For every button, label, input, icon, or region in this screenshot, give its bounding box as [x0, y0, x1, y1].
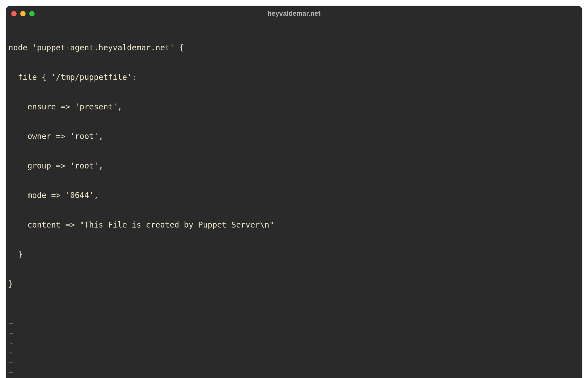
window-title: heyvaldemar.net — [268, 10, 320, 17]
editor-content: node 'puppet-agent.heyvaldemar.net' { fi… — [8, 23, 580, 309]
tilde-line: ~ — [8, 318, 580, 328]
empty-buffer-lines: ~~~~~~~~~~~~~~~~~~~~~~ — [8, 318, 580, 378]
blank-line — [8, 309, 580, 318]
titlebar: heyvaldemar.net — [6, 6, 582, 21]
tilde-line: ~ — [8, 358, 580, 368]
traffic-lights — [11, 11, 35, 16]
tilde-line: ~ — [8, 368, 580, 377]
code-line: owner => 'root', — [8, 131, 580, 141]
code-line: ensure => 'present', — [8, 102, 580, 112]
terminal-window: heyvaldemar.net node 'puppet-agent.heyva… — [6, 6, 582, 378]
code-line: mode => '0644', — [8, 190, 580, 200]
tilde-line: ~ — [8, 338, 580, 348]
code-line: } — [8, 279, 580, 289]
code-line: group => 'root', — [8, 161, 580, 171]
minimize-button[interactable] — [20, 11, 26, 16]
tilde-line: ~ — [8, 328, 580, 338]
tilde-line: ~ — [8, 348, 580, 358]
code-line: content => "This File is created by Pupp… — [8, 220, 580, 230]
code-line: file { '/tmp/puppetfile': — [8, 72, 580, 82]
code-line: node 'puppet-agent.heyvaldemar.net' { — [8, 43, 580, 53]
code-line: } — [8, 249, 580, 259]
maximize-button[interactable] — [29, 11, 35, 16]
terminal-body[interactable]: node 'puppet-agent.heyvaldemar.net' { fi… — [6, 21, 582, 378]
close-button[interactable] — [11, 11, 17, 16]
